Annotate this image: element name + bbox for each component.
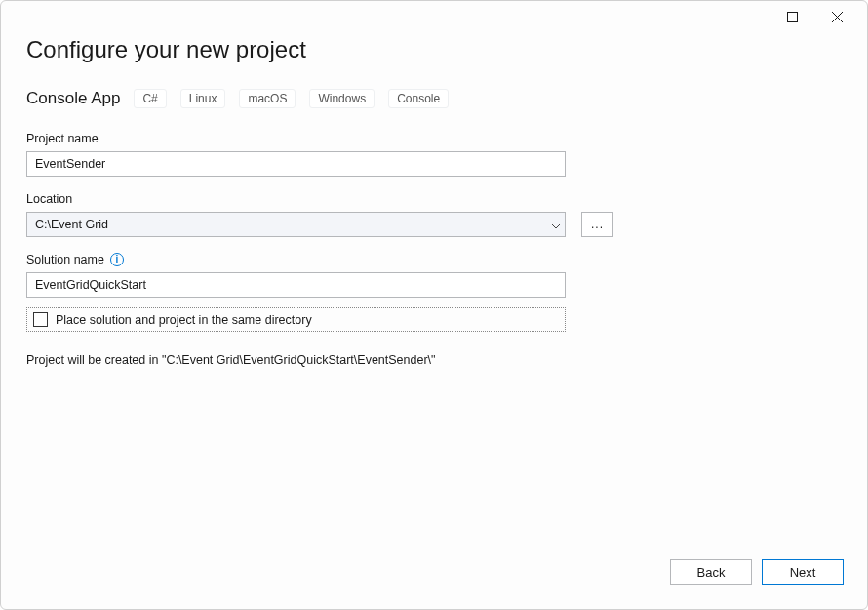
info-icon[interactable]: i: [110, 253, 124, 266]
project-name-field: Project name: [26, 132, 842, 177]
location-input[interactable]: [26, 212, 566, 237]
close-icon: [832, 12, 843, 22]
location-select[interactable]: [26, 212, 566, 237]
location-field: Location ...: [26, 192, 842, 237]
svg-rect-0: [787, 12, 797, 21]
template-tag: Windows: [309, 89, 375, 108]
maximize-icon: [787, 12, 798, 22]
template-tag: Linux: [180, 89, 226, 108]
dialog-window: Configure your new project Console App C…: [0, 0, 868, 610]
maximize-button[interactable]: [769, 2, 814, 31]
footer: Back Next: [1, 552, 867, 609]
location-label: Location: [26, 192, 72, 206]
template-tag: Console: [388, 89, 449, 108]
same-directory-checkbox-row[interactable]: Place solution and project in the same d…: [26, 307, 566, 332]
template-row: Console App C# Linux macOS Windows Conso…: [26, 89, 842, 108]
close-button[interactable]: [814, 2, 859, 31]
page-title: Configure your new project: [26, 36, 842, 63]
template-tag: macOS: [239, 89, 296, 108]
same-directory-checkbox[interactable]: [33, 312, 48, 327]
next-button[interactable]: Next: [762, 559, 844, 585]
project-name-label: Project name: [26, 132, 99, 145]
project-name-input[interactable]: [26, 151, 566, 177]
solution-name-field: Solution name i: [26, 253, 842, 298]
back-button[interactable]: Back: [670, 559, 752, 585]
titlebar: [1, 1, 867, 32]
path-preview: Project will be created in "C:\Event Gri…: [26, 353, 842, 367]
template-name: Console App: [26, 89, 120, 108]
template-tag: C#: [134, 89, 166, 108]
solution-name-label: Solution name: [26, 253, 104, 266]
solution-name-input[interactable]: [26, 272, 566, 298]
same-directory-label: Place solution and project in the same d…: [56, 313, 312, 327]
browse-button[interactable]: ...: [581, 212, 613, 237]
content-area: Configure your new project Console App C…: [1, 32, 867, 552]
